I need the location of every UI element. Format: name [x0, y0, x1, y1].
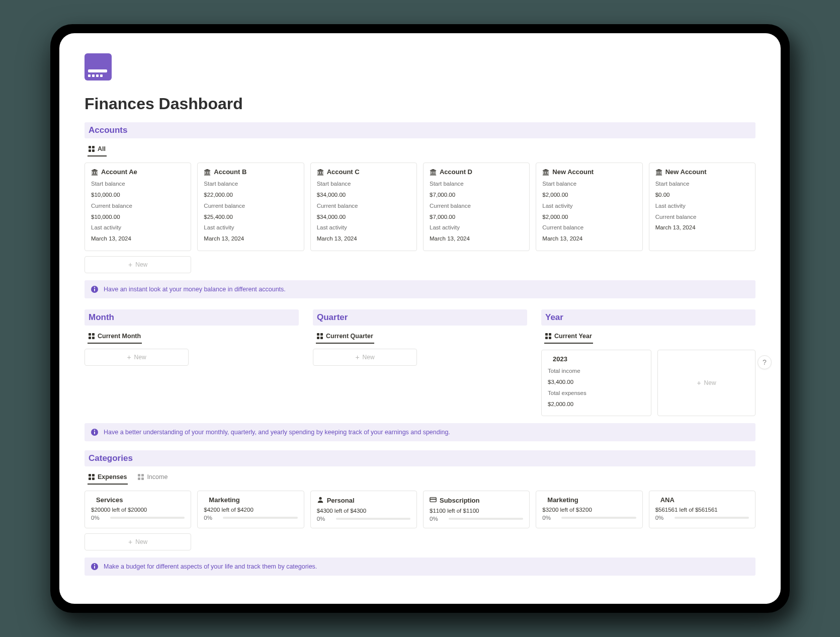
svg-rect-32 — [430, 499, 436, 500]
category-name: Marketing — [209, 496, 239, 504]
app-icon — [85, 53, 112, 81]
tab-current-year[interactable]: Current Year — [544, 330, 593, 344]
plus-icon: + — [128, 538, 132, 545]
category-budget: $561561 left of $561561 — [655, 507, 749, 513]
svg-rect-29 — [141, 477, 144, 480]
plus-icon: + — [355, 354, 359, 361]
category-card[interactable]: Personal$4300 left of $43000% — [310, 491, 417, 528]
plus-icon: + — [127, 354, 131, 361]
bank-icon — [542, 169, 549, 176]
help-label: ? — [763, 358, 767, 366]
gallery-icon — [89, 146, 95, 152]
account-card[interactable]: New AccountStart balance$0.00Last activi… — [649, 163, 755, 251]
income-label: Total income — [548, 368, 580, 374]
account-card[interactable]: Account BStart balance$22,000.00Current … — [197, 163, 304, 251]
info-icon — [91, 563, 99, 571]
svg-point-21 — [94, 430, 95, 431]
accounts-header: Accounts — [85, 122, 755, 138]
svg-rect-0 — [89, 146, 91, 148]
account-name: New Account — [552, 168, 594, 176]
tab-expenses-label: Expenses — [98, 473, 127, 481]
progress-bar — [561, 517, 636, 519]
svg-rect-18 — [549, 337, 551, 339]
year-new-button[interactable]: + New — [657, 350, 755, 416]
category-pct: 0% — [317, 516, 332, 522]
category-pct: 0% — [542, 515, 557, 521]
account-name: Account C — [327, 168, 360, 176]
categories-callout: Make a budget for different aspects of y… — [85, 558, 755, 576]
tab-current-quarter[interactable]: Current Quarter — [316, 330, 374, 344]
categories-tabs: Expenses Income — [85, 470, 755, 485]
expenses-label: Total expenses — [548, 390, 586, 396]
accounts-callout: Have an instant look at your money balan… — [85, 280, 755, 298]
year-card-title: 2023 — [548, 355, 645, 363]
categories-header: Categories — [85, 450, 755, 466]
period-callout: Have a better understanding of your mont… — [85, 423, 755, 441]
category-budget: $4300 left of $4300 — [317, 508, 410, 514]
expenses-value: $2,000.00 — [548, 399, 645, 410]
category-name: ANA — [660, 496, 675, 504]
category-budget: $20000 left of $20000 — [91, 507, 185, 513]
categories-new-button[interactable]: + New — [85, 533, 191, 550]
period-callout-text: Have a better understanding of your mont… — [104, 429, 450, 436]
bank-icon — [317, 169, 324, 176]
month-title: Month — [89, 312, 295, 323]
new-label: New — [135, 261, 147, 268]
tab-expenses[interactable]: Expenses — [88, 470, 128, 485]
svg-rect-17 — [545, 337, 548, 339]
svg-rect-24 — [89, 477, 91, 480]
month-header: Month — [85, 309, 299, 326]
category-budget: $1100 left of $1100 — [430, 508, 523, 514]
tab-income-label: Income — [147, 473, 167, 481]
category-name: Services — [96, 496, 123, 504]
svg-rect-9 — [89, 337, 91, 339]
info-icon — [91, 285, 99, 293]
category-progress: 0% — [430, 516, 523, 522]
category-pct: 0% — [430, 516, 445, 522]
category-name: Personal — [327, 497, 355, 504]
category-card[interactable]: ANA$561561 left of $5615610% — [649, 491, 755, 528]
tab-current-month[interactable]: Current Month — [88, 330, 142, 344]
account-name: Account D — [440, 168, 472, 176]
progress-bar — [449, 518, 523, 520]
svg-point-6 — [94, 287, 95, 288]
tab-all[interactable]: All — [88, 142, 107, 156]
info-icon — [91, 428, 99, 436]
accounts-new-button[interactable]: + New — [85, 256, 191, 273]
categories-callout-text: Make a budget for different aspects of y… — [104, 563, 317, 570]
svg-rect-14 — [320, 337, 323, 339]
quarter-new-button[interactable]: + New — [313, 349, 417, 366]
svg-rect-16 — [549, 333, 551, 336]
svg-rect-23 — [92, 474, 95, 476]
category-progress: 0% — [655, 515, 749, 521]
help-button[interactable]: ? — [758, 355, 772, 369]
gallery-icon — [138, 474, 144, 480]
svg-rect-7 — [89, 333, 91, 336]
account-card[interactable]: New AccountStart balance$2,000.00Last ac… — [536, 163, 642, 251]
category-pct: 0% — [204, 515, 219, 521]
tab-income[interactable]: Income — [137, 470, 169, 485]
svg-rect-3 — [92, 149, 95, 152]
account-card[interactable]: Account DStart balance$7,000.00Current b… — [423, 163, 530, 251]
month-col: Month Current Month + New — [85, 302, 299, 416]
year-card[interactable]: 2023 Total income $3,400.00 Total expens… — [541, 350, 651, 416]
bank-icon — [91, 169, 98, 176]
svg-point-30 — [319, 497, 321, 500]
category-card[interactable]: Marketing$4200 left of $42000% — [197, 491, 304, 528]
gallery-icon — [89, 333, 95, 339]
month-new-button[interactable]: + New — [85, 349, 189, 366]
account-card[interactable]: Account CStart balance$34,000.00Current … — [310, 163, 417, 251]
tab-current-year-label: Current Year — [554, 333, 592, 340]
category-card[interactable]: Services$20000 left of $200000% — [85, 491, 191, 528]
account-card[interactable]: Account AeStart balance$10,000.00Current… — [85, 163, 191, 251]
svg-rect-12 — [320, 333, 323, 336]
page-title: Finances Dashboard — [85, 95, 755, 113]
person-icon — [317, 496, 324, 505]
quarter-col: Quarter Current Quarter + Ne — [313, 302, 527, 416]
new-label: New — [134, 354, 146, 361]
category-card[interactable]: Marketing$3200 left of $32000% — [536, 491, 642, 528]
progress-bar — [675, 517, 749, 519]
category-card[interactable]: Subscription$1100 left of $11000% — [423, 491, 530, 528]
screen: Finances Dashboard Accounts All Account … — [59, 33, 781, 604]
account-name: Account Ae — [101, 168, 137, 176]
